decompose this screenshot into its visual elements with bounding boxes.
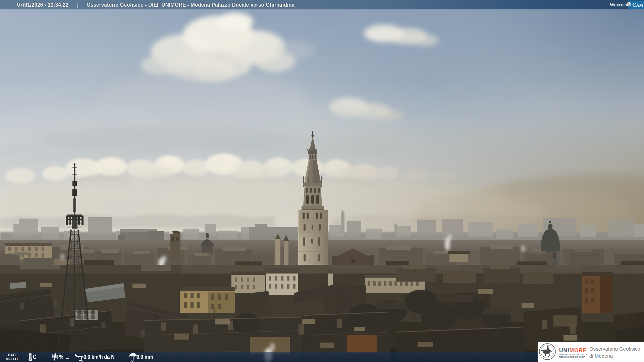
svg-text:C: C [632,2,636,8]
svg-text:Osservatorio Geofisico: Osservatorio Geofisico [589,346,640,352]
svg-text:UNIVERSITÀ DEGLI STUDI DI: UNIVERSITÀ DEGLI STUDI DI [559,354,587,356]
svg-text:AM: AM [636,3,643,8]
svg-text:EATHER: EATHER [614,3,629,7]
svg-text:UNIMORE: UNIMORE [559,348,587,353]
svg-text:di Modena: di Modena [589,353,613,359]
svg-text:MODENA E REGGIO EMILIA: MODENA E REGGIO EMILIA [559,356,585,358]
